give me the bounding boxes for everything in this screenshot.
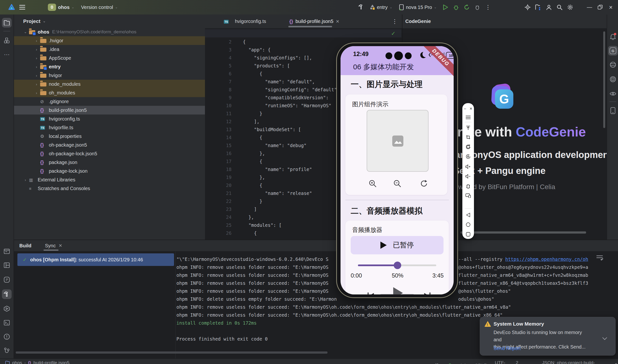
chevron-icon[interactable]: ›	[34, 82, 39, 86]
rerun-button[interactable]	[461, 2, 472, 13]
services-tool-icon[interactable]	[2, 304, 12, 313]
tree-item--idea[interactable]: ›.idea	[14, 45, 205, 54]
tree-item-package-json[interactable]: {}package.json	[14, 158, 205, 167]
tree-item-entry[interactable]: ›entry	[14, 62, 205, 71]
editor-more-icon[interactable]: ⋮	[392, 18, 398, 25]
device-selector[interactable]: nova 15 Pro ⌄	[399, 4, 437, 10]
terminal-tool-icon[interactable]	[2, 318, 12, 327]
file-type[interactable]: JSON: ohos-project-build-profile	[542, 360, 606, 364]
rotate-icon[interactable]	[420, 180, 428, 188]
build-tool-icon[interactable]	[2, 289, 12, 299]
notification-expand-icon[interactable]	[602, 337, 607, 340]
soft-wrap-icon[interactable]	[596, 255, 603, 261]
tab-hvigorconfig[interactable]: TS hvigorconfig.ts	[219, 14, 270, 28]
device-manager-icon[interactable]	[522, 2, 533, 13]
tree-item-Scratches-and-Consoles[interactable]: ≡Scratches and Consoles	[14, 184, 205, 193]
indent-setting[interactable]: 2 spaces	[516, 360, 534, 364]
debug-button[interactable]	[451, 2, 461, 13]
problems-tool-icon[interactable]: P	[2, 275, 12, 285]
chevron-icon[interactable]: ›	[34, 91, 39, 95]
tree-item-node-modules[interactable]: ›node_modules	[14, 80, 205, 88]
emulator-menu-icon[interactable]	[462, 114, 474, 121]
more-tools-icon[interactable]: ⋯	[2, 50, 12, 59]
hamburger-menu-icon[interactable]	[17, 2, 27, 13]
file-encoding[interactable]: UTF-8	[495, 360, 508, 364]
caret-position[interactable]: 1:1	[460, 363, 466, 364]
play-pause-button[interactable]: 已暂停	[351, 236, 443, 254]
tree-item-package-lock-json[interactable]: {}package-lock.json	[14, 167, 205, 175]
git-tool-icon[interactable]	[2, 346, 12, 356]
big-play-icon[interactable]	[393, 287, 403, 294]
shake-device-icon[interactable]	[462, 183, 474, 190]
screenshot-crop-icon[interactable]	[462, 134, 474, 141]
codegenie-vscrollbar[interactable]	[603, 31, 605, 128]
volume-down-icon[interactable]	[462, 173, 474, 180]
android-back-icon[interactable]	[462, 211, 474, 219]
emulator-tool-icon[interactable]	[608, 106, 618, 116]
audio-slider[interactable]	[358, 264, 436, 266]
codegenie-tool-icon[interactable]: G	[608, 46, 618, 55]
run-button[interactable]	[440, 2, 451, 13]
tree-item-oh-package-json5[interactable]: {}oh-package.json5	[14, 141, 205, 149]
project-tool-icon[interactable]	[2, 18, 12, 27]
location-mock-icon[interactable]	[462, 153, 474, 160]
line-ending[interactable]: CRLF	[475, 363, 487, 364]
notifications-muted-icon[interactable]	[435, 363, 440, 364]
close-tab-icon[interactable]: ✕	[58, 243, 62, 248]
previewer-eye-icon[interactable]	[608, 89, 618, 99]
tab-build-profile[interactable]: {} build-profile.json5 ✕	[285, 14, 344, 28]
tab-sync[interactable]: Sync ✕	[45, 240, 62, 251]
chevron-icon[interactable]: ›	[34, 56, 39, 60]
profile-icon[interactable]	[544, 2, 554, 13]
tree-item-oh-modules[interactable]: ›oh_modules	[14, 88, 205, 97]
window-minimize-button[interactable]: —	[584, 2, 595, 13]
tree-item-hvigorconfig-ts[interactable]: TShvigorconfig.ts	[14, 115, 205, 123]
chevron-icon[interactable]: ⌄	[23, 30, 28, 34]
send-report-link[interactable]: Send Report	[494, 346, 521, 351]
search-icon[interactable]	[554, 2, 565, 13]
previous-track-icon[interactable]	[368, 293, 374, 294]
breadcrumb-root[interactable]: ohos	[12, 360, 22, 364]
close-tab-icon[interactable]: ✕	[336, 19, 339, 24]
audio-slider-thumb[interactable]	[394, 261, 401, 269]
tree-item--gitignore[interactable]: ⊘.gitignore	[14, 97, 205, 106]
project-selector[interactable]: 0 ohos ⌄	[48, 4, 74, 11]
structure-tool-icon[interactable]	[2, 260, 12, 270]
tree-item-External-Libraries[interactable]: ›▥External Libraries	[14, 175, 205, 184]
window-maximize-button[interactable]	[595, 2, 605, 13]
multi-device-icon[interactable]	[462, 192, 474, 199]
settings-gear-icon[interactable]	[565, 2, 576, 13]
chevron-icon[interactable]: ›	[34, 73, 39, 78]
version-control-menu[interactable]: Version control ⌄	[81, 5, 118, 10]
tree-item-ohos[interactable]: ⌄ohosE:\HarmonyOS\oh.code\form_demo\ohos	[14, 27, 205, 36]
android-recents-icon[interactable]	[462, 231, 474, 238]
notification-bell-icon[interactable]	[608, 32, 618, 41]
volume-up-icon[interactable]	[462, 163, 474, 170]
todo-tool-icon[interactable]	[2, 246, 12, 256]
tree-item-oh-package-lock-json5[interactable]: {}oh-package-lock.json5	[14, 149, 205, 158]
lock-icon[interactable]	[614, 363, 618, 364]
project-structure-icon[interactable]	[533, 2, 544, 13]
console-hscrollbar[interactable]	[16, 351, 327, 354]
build-hammer-icon[interactable]	[356, 2, 367, 13]
android-home-icon[interactable]	[462, 221, 474, 228]
tree-item-build-profile-json5[interactable]: {}build-profile.json5	[14, 106, 205, 115]
notifications-tool-icon[interactable]	[2, 332, 12, 341]
more-actions-icon[interactable]: ⋮	[483, 2, 493, 13]
tree-item-hvigor[interactable]: ›hvigor	[14, 71, 205, 80]
window-close-button[interactable]: ×	[605, 2, 616, 13]
build-task-row[interactable]: ✓ ohos [Ohpm Install]: successful At 202…	[17, 253, 174, 266]
module-selector[interactable]: entry ⌄	[370, 5, 392, 10]
tree-item-local-properties[interactable]: ⚙local.properties	[14, 132, 205, 141]
tree-item-hvigorfile-ts[interactable]: TShvigorfile.ts	[14, 123, 205, 132]
commit-tool-icon[interactable]	[2, 36, 12, 45]
inspection-ok-icon[interactable]: ✓	[391, 30, 395, 37]
rotate-device-icon[interactable]	[462, 143, 474, 150]
codegenie-hscrollbar[interactable]	[460, 231, 586, 234]
zoom-out-icon[interactable]	[393, 180, 402, 188]
ai-assistant-tool-icon[interactable]	[608, 60, 618, 70]
tree-item-AppScope[interactable]: ›AppScope	[14, 54, 205, 62]
project-panel-header[interactable]: Project⌄	[14, 14, 205, 24]
zoom-in-icon[interactable]	[369, 180, 377, 188]
chevron-icon[interactable]: ›	[34, 39, 39, 43]
